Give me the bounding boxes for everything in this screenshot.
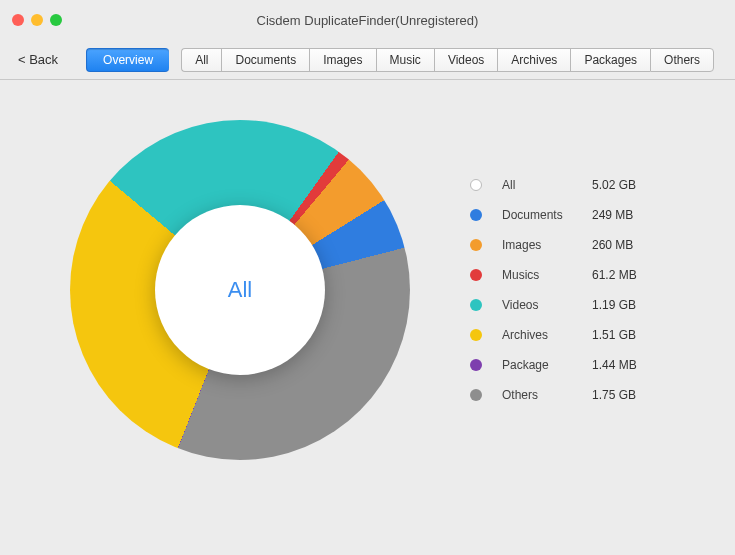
legend-swatch-icon xyxy=(470,239,482,251)
window-title: Cisdem DuplicateFinder(Unregistered) xyxy=(0,13,735,28)
legend-value: 5.02 GB xyxy=(592,178,636,192)
legend-value: 1.75 GB xyxy=(592,388,636,402)
legend-swatch-icon xyxy=(470,209,482,221)
legend-value: 1.51 GB xyxy=(592,328,636,342)
legend-row-others: Others1.75 GB xyxy=(470,380,637,410)
content: All All5.02 GBDocuments249 MBImages260 M… xyxy=(0,80,735,500)
tab-packages[interactable]: Packages xyxy=(570,48,650,72)
minimize-icon[interactable] xyxy=(31,14,43,26)
legend-value: 1.19 GB xyxy=(592,298,636,312)
tab-music[interactable]: Music xyxy=(376,48,434,72)
window-controls xyxy=(0,14,62,26)
legend-value: 61.2 MB xyxy=(592,268,637,282)
legend-label: Images xyxy=(502,238,592,252)
tab-all[interactable]: All xyxy=(181,48,221,72)
legend: All5.02 GBDocuments249 MBImages260 MBMus… xyxy=(470,170,637,410)
legend-row-musics: Musics61.2 MB xyxy=(470,260,637,290)
tab-images[interactable]: Images xyxy=(309,48,375,72)
tab-documents[interactable]: Documents xyxy=(221,48,309,72)
legend-label: Documents xyxy=(502,208,592,222)
close-icon[interactable] xyxy=(12,14,24,26)
legend-row-documents: Documents249 MB xyxy=(470,200,637,230)
legend-label: Musics xyxy=(502,268,592,282)
zoom-icon[interactable] xyxy=(50,14,62,26)
chart-center-label: All xyxy=(155,205,325,375)
tab-videos[interactable]: Videos xyxy=(434,48,497,72)
legend-swatch-icon xyxy=(470,179,482,191)
legend-row-package: Package1.44 MB xyxy=(470,350,637,380)
legend-label: Videos xyxy=(502,298,592,312)
tab-archives[interactable]: Archives xyxy=(497,48,570,72)
tab-others[interactable]: Others xyxy=(650,48,714,72)
overview-donut-chart: All xyxy=(70,120,410,460)
legend-swatch-icon xyxy=(470,359,482,371)
legend-swatch-icon xyxy=(470,299,482,311)
legend-row-all: All5.02 GB xyxy=(470,170,637,200)
legend-row-videos: Videos1.19 GB xyxy=(470,290,637,320)
back-button[interactable]: < Back xyxy=(10,48,66,71)
legend-swatch-icon xyxy=(470,389,482,401)
tab-overview[interactable]: Overview xyxy=(86,48,169,72)
titlebar: Cisdem DuplicateFinder(Unregistered) xyxy=(0,0,735,40)
legend-label: All xyxy=(502,178,592,192)
legend-label: Package xyxy=(502,358,592,372)
legend-row-images: Images260 MB xyxy=(470,230,637,260)
legend-value: 260 MB xyxy=(592,238,633,252)
tab-bar: OverviewAllDocumentsImagesMusicVideosArc… xyxy=(86,48,714,72)
legend-label: Others xyxy=(502,388,592,402)
legend-value: 249 MB xyxy=(592,208,633,222)
legend-label: Archives xyxy=(502,328,592,342)
legend-value: 1.44 MB xyxy=(592,358,637,372)
legend-swatch-icon xyxy=(470,329,482,341)
toolbar: < Back OverviewAllDocumentsImagesMusicVi… xyxy=(0,40,735,80)
legend-row-archives: Archives1.51 GB xyxy=(470,320,637,350)
legend-swatch-icon xyxy=(470,269,482,281)
